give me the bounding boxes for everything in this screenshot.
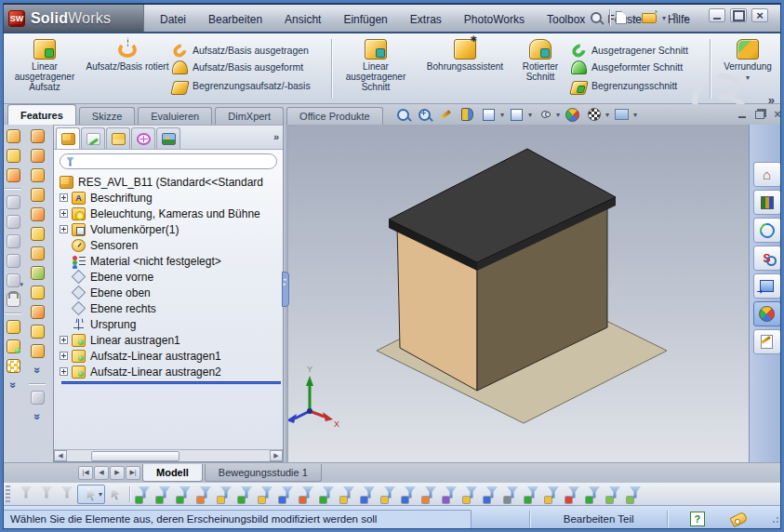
filter-sketches-icon[interactable] [298, 485, 318, 504]
quick-tips-icon[interactable]: ? [690, 512, 705, 526]
filter-routing-points-icon[interactable] [605, 485, 625, 504]
filter-surfaces-icon[interactable] [420, 485, 441, 504]
tree-item[interactable]: Ursprung [60, 316, 283, 332]
hole-series-icon[interactable] [28, 302, 47, 321]
filter-structural-members-icon[interactable] [523, 485, 543, 504]
prev-tab-button[interactable]: ◀ [94, 466, 109, 480]
extruded-boss-button[interactable]: Linear ausgetragener Aufsatz [4, 36, 86, 101]
new-document-icon[interactable] [616, 11, 627, 24]
expand-icon[interactable] [60, 367, 68, 376]
menu-extras[interactable]: Extras [399, 9, 453, 30]
tab-modell[interactable]: Modell [142, 464, 203, 482]
filter-reference-points-icon[interactable] [400, 485, 420, 504]
custom-properties-icon[interactable] [753, 329, 781, 354]
menu-datei[interactable]: Datei [149, 9, 197, 30]
expand-icon[interactable] [60, 209, 68, 218]
close-button[interactable] [751, 8, 768, 22]
tree-item[interactable]: Beschriftung [60, 190, 283, 206]
doc-restore-button[interactable] [752, 107, 767, 121]
tree-horizontal-scrollbar[interactable]: ◀ ▶ [54, 449, 283, 461]
doc-minimize-button[interactable] [735, 107, 750, 121]
display-cube-icon[interactable] [28, 388, 47, 406]
swept-boss-icon[interactable] [28, 126, 47, 145]
section-view-icon[interactable] [459, 107, 475, 122]
boundary-boss-button[interactable]: Begrenzungsaufsatz/-basis [172, 77, 326, 95]
view-orientation-icon[interactable] [481, 107, 497, 122]
revolved-boss-button[interactable]: Aufsatz/Basis rotiert [86, 36, 169, 101]
filter-sketch-points-icon[interactable] [277, 485, 298, 504]
features-overflow-icon[interactable] [28, 361, 47, 379]
swept-surface-icon[interactable] [4, 126, 22, 145]
design-library-icon[interactable] [753, 190, 781, 215]
tree-item[interactable]: Aufsatz-Linear austragen1 [60, 348, 283, 364]
tab-office-produkte[interactable]: Office Produkte [286, 107, 383, 125]
model-3d[interactable]: Y X Z [284, 125, 749, 462]
tree-item[interactable]: Sensoren [60, 237, 283, 253]
tab-features[interactable]: Features [7, 104, 76, 125]
filter-connection-points-icon[interactable] [625, 485, 645, 504]
toolbar-overflow-icon[interactable] [4, 376, 22, 394]
configurationmanager-tab[interactable] [106, 127, 130, 149]
boundary-surface-icon[interactable] [4, 193, 22, 211]
solidworks-resources-icon[interactable] [753, 162, 781, 187]
select-cursor-icon[interactable] [77, 485, 105, 504]
last-tab-button[interactable]: ▶| [126, 466, 140, 480]
tree-item[interactable]: Volumenkörper(1) [60, 221, 283, 237]
surface-flyout-icon[interactable] [4, 271, 22, 289]
tree-item[interactable]: Beleuchtung, Kameras und Bühne [60, 206, 283, 221]
filter-vertices-icon[interactable] [134, 485, 154, 504]
dome-icon[interactable] [28, 341, 47, 360]
lofted-boss-button[interactable]: Aufsatz/Basis ausgeformt [172, 60, 326, 74]
maximize-button[interactable] [730, 8, 747, 22]
toggle-selection-filters-icon[interactable] [16, 485, 36, 504]
extruded-cut-button[interactable]: Linear ausgetragener Schnitt [334, 36, 418, 101]
filter-annotations-icon[interactable] [379, 485, 400, 504]
trim-surface-icon[interactable] [4, 251, 22, 270]
tag-icon[interactable] [729, 511, 748, 527]
zoom-fit-icon[interactable] [395, 107, 411, 122]
tree-item[interactable]: Linear austragen1 [60, 332, 283, 348]
filter-faces-icon[interactable] [175, 485, 195, 504]
zoom-pencil-icon[interactable] [438, 107, 454, 122]
tab-bewegungsstudie-1[interactable]: Bewegungsstudie 1 [205, 464, 322, 482]
expand-icon[interactable] [60, 193, 68, 202]
new-document-dropdown-icon[interactable]: ▾ [632, 14, 636, 22]
filter-dowel-pins-icon[interactable] [543, 485, 564, 504]
draft-icon[interactable] [28, 224, 47, 243]
filter-midpoints-icon[interactable] [339, 485, 359, 504]
rib-icon[interactable] [28, 205, 47, 223]
tab-dimxpert[interactable]: DimXpert [215, 107, 284, 125]
scrollbar-thumb[interactable] [91, 451, 179, 461]
expand-icon[interactable] [60, 225, 68, 233]
view-settings-icon[interactable] [614, 107, 630, 122]
tree-item[interactable]: Aufsatz-Linear austragen2 [60, 364, 283, 379]
ribbon-overflow-chevron[interactable]: » [768, 93, 775, 107]
toolbar-grip[interactable] [6, 485, 10, 502]
filter-notes-icon[interactable] [461, 485, 482, 504]
file-explorer-icon[interactable] [753, 218, 781, 243]
menu-ansicht[interactable]: Ansicht [273, 9, 332, 30]
expand-icon[interactable] [60, 336, 68, 344]
help-dropdown-icon[interactable]: ▾ [684, 14, 687, 22]
tree-item[interactable]: Ebene vorne [60, 269, 283, 285]
resize-grip[interactable] [770, 514, 779, 524]
doc-close-button[interactable] [770, 107, 784, 121]
displaymanager-tab[interactable] [156, 127, 180, 149]
swept-boss-button[interactable]: Aufsatz/Basis ausgetragen [172, 44, 326, 58]
offset-surface-icon[interactable] [4, 232, 22, 250]
filter-planes-icon[interactable] [257, 485, 277, 504]
open-document-icon[interactable] [642, 13, 657, 23]
display-style-icon[interactable] [509, 107, 525, 122]
filter-coordinate-systems-icon[interactable] [564, 485, 584, 504]
manager-overflow-chevron[interactable]: » [273, 131, 279, 142]
menu-einfuegen[interactable]: Einfügen [332, 9, 398, 30]
filled-surface-icon[interactable] [4, 212, 22, 231]
menu-bearbeiten[interactable]: Bearbeiten [197, 9, 273, 30]
menu-photoworks[interactable]: PhotoWorks [453, 9, 536, 30]
help-icon[interactable]: ? [671, 11, 678, 24]
panel-splitter-handle[interactable] [282, 272, 289, 307]
minimize-button[interactable] [709, 8, 725, 22]
lock-icon[interactable] [4, 290, 22, 309]
edit-appearance-icon[interactable] [565, 107, 580, 122]
filter-solid-bodies-icon[interactable] [216, 485, 236, 504]
